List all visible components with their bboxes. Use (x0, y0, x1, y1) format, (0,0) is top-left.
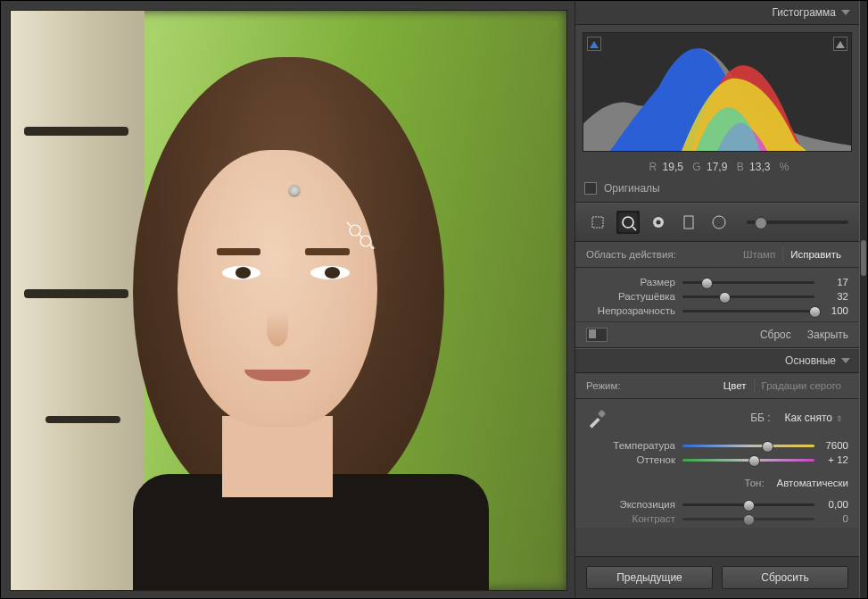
footer-buttons: Предыдущие Сбросить (575, 556, 859, 598)
brow-right (305, 248, 350, 255)
spot-reset-link[interactable]: Сброс (760, 329, 791, 341)
histogram-svg (583, 33, 851, 151)
basic-header[interactable]: Основные (575, 348, 859, 373)
exposure-slider[interactable] (682, 503, 814, 506)
panel-switch-icon[interactable] (586, 328, 608, 342)
slider-knob[interactable] (755, 217, 767, 229)
basic-title: Основные (785, 354, 836, 367)
tool-strip (575, 203, 859, 242)
right-panel: Гистограмма R 19,5 G 17,9 B 13,3 % (575, 1, 859, 598)
spot-close-link[interactable]: Закрыть (807, 329, 848, 341)
opacity-value[interactable]: 100 (822, 305, 848, 316)
feather-slider-row: Растушёвка 32 (586, 291, 848, 302)
redeye-tool-icon[interactable] (647, 211, 670, 234)
subject-neck (222, 416, 334, 497)
originals-label: Оригиналы (604, 182, 660, 195)
crop-tool-icon[interactable] (586, 211, 609, 234)
svg-point-12 (713, 216, 725, 229)
readout-g: 17,9 (707, 161, 727, 173)
temp-slider-row: Температура 7600 (586, 440, 848, 451)
highlight-clipping-indicator[interactable] (833, 37, 847, 51)
readout-r: 19,5 (663, 161, 683, 173)
originals-checkbox[interactable] (584, 182, 597, 195)
treatment-bw[interactable]: Градации серого (755, 379, 848, 393)
readout-b: 13,3 (749, 161, 770, 173)
spot-source-pin[interactable] (289, 185, 300, 196)
spot-mode-clone[interactable]: Штамп (736, 247, 783, 262)
spot-actions: Сброс Закрыть (575, 321, 859, 348)
contrast-slider-row: Контраст 0 (586, 513, 848, 524)
svg-point-7 (623, 217, 633, 228)
graduated-filter-tool-icon[interactable] (677, 211, 700, 234)
chevron-down-icon[interactable] (841, 358, 850, 363)
originals-row: Оригиналы (575, 179, 859, 203)
rgb-readout: R 19,5 G 17,9 B 13,3 % (575, 159, 859, 179)
histogram-title: Гистограмма (773, 6, 836, 19)
exposure-slider-row: Экспозиция 0,00 (586, 499, 848, 510)
treatment-color[interactable]: Цвет (716, 379, 755, 393)
previous-button[interactable]: Предыдущие (586, 566, 713, 589)
tone-label: Тон: (745, 478, 765, 488)
contrast-value[interactable]: 0 (822, 513, 848, 524)
auto-tone-link[interactable]: Автоматически (777, 478, 848, 488)
spot-mode-heal[interactable]: Исправить (783, 247, 848, 262)
photo-canvas[interactable]: + (1, 1, 575, 598)
spot-mode-row: Область действия: Штамп Исправить (575, 242, 859, 268)
size-slider[interactable] (682, 281, 814, 284)
scrollbar-thumb[interactable] (861, 240, 866, 276)
tint-slider[interactable] (682, 459, 814, 462)
tone-sliders: Экспозиция 0,00 Контраст 0 (575, 490, 859, 528)
panel-scrollbar[interactable] (859, 1, 867, 598)
spot-mode-segmented: Штамп Исправить (736, 247, 848, 262)
svg-rect-13 (598, 410, 606, 418)
svg-point-10 (657, 220, 661, 225)
temperature-value[interactable]: 7600 (822, 440, 848, 451)
treatment-segmented: Цвет Градации серого (716, 379, 848, 393)
eye-left (222, 266, 261, 280)
brush-size-slider[interactable] (747, 220, 848, 224)
contrast-slider[interactable] (682, 518, 814, 520)
eye-right (310, 266, 350, 280)
chevron-down-icon[interactable] (841, 10, 850, 15)
size-value[interactable]: 17 (822, 277, 848, 287)
spot-sliders: Размер 17 Растушёвка 32 Непрозрачность 1… (575, 268, 859, 321)
feather-value[interactable]: 32 (822, 291, 848, 302)
treatment-row: Режим: Цвет Градации серого (575, 373, 859, 399)
exposure-value[interactable]: 0,00 (822, 499, 848, 510)
svg-rect-11 (684, 216, 693, 229)
wb-label: ББ : (618, 412, 771, 424)
wb-dropdown[interactable]: Как снято⇕ (780, 410, 848, 426)
histogram-graph[interactable] (583, 32, 852, 152)
svg-line-8 (632, 227, 636, 230)
lightroom-develop-window: + Гистограмма R 19,5 G 17,9 (0, 0, 868, 599)
temperature-slider[interactable] (682, 445, 814, 447)
opacity-slider[interactable] (682, 310, 814, 312)
chevron-updown-icon: ⇕ (836, 414, 843, 423)
tone-header: Тон: Автоматически (575, 470, 859, 490)
spot-area-label: Область действия: (586, 249, 676, 260)
reset-button[interactable]: Сбросить (722, 566, 848, 589)
photo-viewport[interactable]: + (10, 10, 567, 591)
histogram-header[interactable]: Гистограмма (575, 1, 859, 25)
feather-slider[interactable] (682, 295, 814, 298)
tint-value[interactable]: + 12 (822, 454, 848, 465)
birch-tree (11, 11, 145, 590)
wb-row: ББ : Как снято⇕ (575, 399, 859, 431)
eyedropper-icon[interactable] (586, 406, 609, 429)
spot-removal-tool-icon[interactable] (616, 211, 640, 234)
shadow-clipping-indicator[interactable] (587, 37, 601, 51)
size-slider-row: Размер 17 (586, 277, 848, 287)
subject-face (178, 150, 377, 428)
wb-sliders: Температура 7600 Оттенок + 12 (575, 431, 859, 470)
brow-left (217, 248, 261, 255)
opacity-slider-row: Непрозрачность 100 (586, 305, 848, 316)
tint-slider-row: Оттенок + 12 (586, 454, 848, 465)
svg-rect-6 (592, 217, 603, 228)
radial-filter-tool-icon[interactable] (707, 211, 731, 234)
treatment-label: Режим: (586, 380, 621, 391)
